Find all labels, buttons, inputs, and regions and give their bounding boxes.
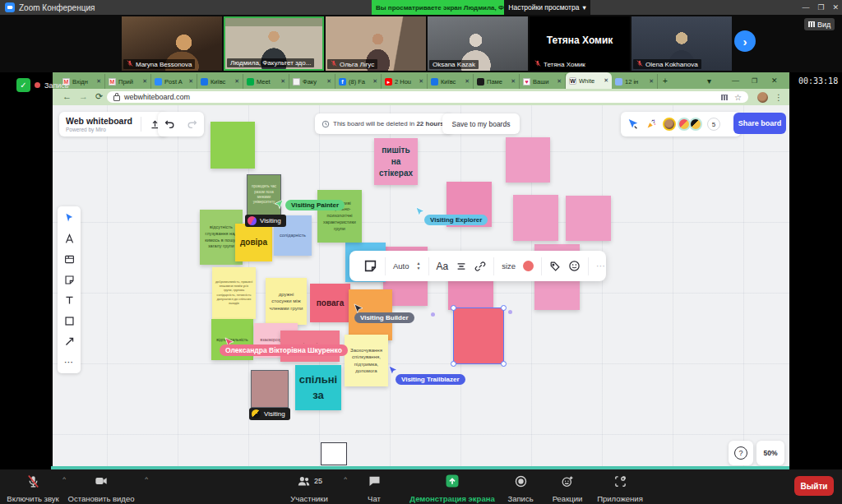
- help-button[interactable]: ?: [729, 441, 753, 465]
- toolbar-reactions[interactable]: Реакции: [544, 472, 590, 503]
- toolbar-chat[interactable]: Чат: [354, 472, 395, 503]
- caret-up-icon[interactable]: ^: [344, 475, 347, 483]
- sticky-note[interactable]: Заохочування спілкування, підтримка, доп…: [345, 335, 388, 386]
- view-settings-button[interactable]: Настройки просмотра ▾: [504, 0, 590, 15]
- kebab-menu-icon[interactable]: ⋮: [775, 93, 783, 102]
- frame-marker[interactable]: [321, 442, 347, 465]
- toolbar-share-screen[interactable]: Демонстрация экрана: [400, 472, 505, 503]
- share-board-button[interactable]: Share board: [733, 113, 786, 134]
- font-size-control[interactable]: Auto ▲▼: [386, 257, 429, 275]
- reload-icon[interactable]: ⟳: [95, 91, 103, 102]
- participant-tile[interactable]: Людмила, Факультет здо...: [224, 16, 324, 71]
- toolbar-participants[interactable]: 25Участники^: [271, 472, 347, 503]
- sticky-note-tool-icon[interactable]: [62, 273, 76, 286]
- next-participants-button[interactable]: ›: [734, 30, 756, 52]
- close-tab-icon[interactable]: ✕: [649, 78, 654, 85]
- shapes-tool-icon[interactable]: [62, 314, 76, 327]
- sticky-note[interactable]: доброзичливість, приємні взаємини поміж …: [212, 267, 256, 319]
- whiteboard[interactable]: пишіть на стікерахпроводять час разом по…: [53, 105, 789, 466]
- close-tab-icon[interactable]: ✕: [280, 78, 285, 85]
- celebration-icon[interactable]: [645, 118, 658, 131]
- sticky-note[interactable]: повага: [310, 284, 350, 322]
- close-tab-icon[interactable]: ✕: [557, 78, 562, 85]
- sticky-note[interactable]: сприятливі соціально-психологічні характ…: [317, 190, 362, 243]
- browser-tab[interactable]: f(8) Fa✕: [335, 74, 382, 89]
- url-bar[interactable]: webwhiteboard.com ☆: [107, 91, 748, 103]
- browser-restore-button[interactable]: ❐: [752, 72, 757, 89]
- sticky-note[interactable]: [210, 122, 255, 169]
- close-tab-icon[interactable]: ✕: [419, 78, 423, 85]
- save-to-boards-button[interactable]: Save to my boards: [442, 113, 520, 134]
- tag-icon[interactable]: [549, 261, 561, 272]
- browser-tab[interactable]: MПрий✕: [105, 74, 151, 89]
- collaborators-count[interactable]: 5: [707, 118, 720, 131]
- browser-tab[interactable]: 12 ін✕: [612, 74, 658, 89]
- minimize-button[interactable]: —: [802, 3, 809, 12]
- text-style-button[interactable]: Aa: [437, 261, 449, 272]
- undo-icon[interactable]: [163, 118, 176, 131]
- frames-tool-icon[interactable]: [62, 252, 76, 266]
- browser-tab[interactable]: Post A✕: [151, 74, 197, 89]
- toolbar-record[interactable]: Запись: [498, 472, 543, 503]
- close-button[interactable]: ✕: [832, 3, 839, 12]
- sticky-type-button[interactable]: [356, 257, 386, 275]
- new-tab-button[interactable]: +: [663, 72, 668, 89]
- sticky-note[interactable]: [251, 370, 289, 408]
- sticky-note[interactable]: [513, 195, 558, 241]
- tab-search-caret-icon[interactable]: ▾: [707, 72, 711, 89]
- sticky-note[interactable]: дружні стосунки між членами групи: [266, 278, 307, 325]
- browser-tab[interactable]: Паме✕: [474, 74, 520, 89]
- toolbar-apps[interactable]: Приложения: [592, 472, 648, 503]
- selection-handle[interactable]: [501, 305, 507, 311]
- participant-tile[interactable]: Oksana Kazak: [428, 16, 528, 71]
- sticky-note[interactable]: спільні за: [295, 365, 341, 410]
- sticky-note[interactable]: пишіть на стікерах: [374, 138, 418, 185]
- align-icon[interactable]: [456, 261, 467, 272]
- browser-tab[interactable]: ♥Ваши✕: [520, 74, 566, 89]
- select-tool-icon[interactable]: [62, 211, 76, 224]
- participant-tile[interactable]: Olena Kokhanova: [632, 16, 732, 71]
- selection-handle[interactable]: [501, 361, 507, 367]
- close-tab-icon[interactable]: ✕: [96, 78, 101, 85]
- browser-tab[interactable]: Meet✕: [243, 74, 289, 89]
- text-tool-icon[interactable]: [62, 294, 76, 307]
- close-tab-icon[interactable]: ✕: [604, 77, 608, 84]
- close-tab-icon[interactable]: ✕: [188, 78, 193, 85]
- selection-handle[interactable]: [451, 305, 456, 311]
- sticky-note[interactable]: [566, 196, 611, 241]
- toolbar-stop-video[interactable]: Остановить видео^: [54, 472, 148, 503]
- participant-tile[interactable]: Ольга Лігус: [326, 16, 426, 71]
- zoom-level-button[interactable]: 50%: [756, 441, 784, 465]
- forward-icon[interactable]: →: [79, 91, 88, 101]
- browser-tab[interactable]: Київс✕: [428, 74, 474, 89]
- selection-handle[interactable]: [451, 361, 456, 367]
- close-tab-icon[interactable]: ✕: [511, 78, 516, 85]
- browser-tab[interactable]: WWhite✕: [566, 72, 612, 89]
- link-icon[interactable]: [474, 261, 486, 272]
- sticky-note[interactable]: [506, 137, 550, 183]
- profile-avatar[interactable]: [757, 92, 768, 103]
- close-tab-icon[interactable]: ✕: [142, 78, 147, 85]
- more-options-icon[interactable]: ⋯: [589, 257, 613, 275]
- browser-minimize-button[interactable]: —: [732, 72, 739, 89]
- leave-button[interactable]: Выйти: [794, 476, 834, 496]
- participant-tile[interactable]: Тетяна ХомикТетяна Хомик: [530, 16, 630, 71]
- more-tools-icon[interactable]: ⋯: [62, 355, 76, 368]
- size-color-control[interactable]: size: [494, 257, 542, 275]
- close-tab-icon[interactable]: ✕: [234, 78, 239, 85]
- browser-close-button[interactable]: ✕: [771, 72, 778, 89]
- sticky-note[interactable]: [454, 308, 503, 363]
- redo-icon[interactable]: [186, 118, 199, 131]
- bookmark-star-icon[interactable]: ☆: [734, 93, 742, 102]
- arrow-tool-icon[interactable]: [62, 335, 76, 348]
- collaborator-avatar[interactable]: [689, 118, 702, 131]
- restore-button[interactable]: ❐: [817, 3, 824, 12]
- pen-tool-icon[interactable]: [62, 232, 76, 245]
- collaborator-avatar[interactable]: [663, 118, 676, 131]
- browser-tab[interactable]: ▸2 Hou✕: [382, 74, 428, 89]
- close-tab-icon[interactable]: ✕: [326, 78, 331, 85]
- browser-tab[interactable]: Київс✕: [197, 74, 243, 89]
- color-swatch[interactable]: [523, 261, 534, 271]
- follow-cursor-icon[interactable]: [627, 118, 640, 131]
- emoji-icon[interactable]: [568, 260, 581, 272]
